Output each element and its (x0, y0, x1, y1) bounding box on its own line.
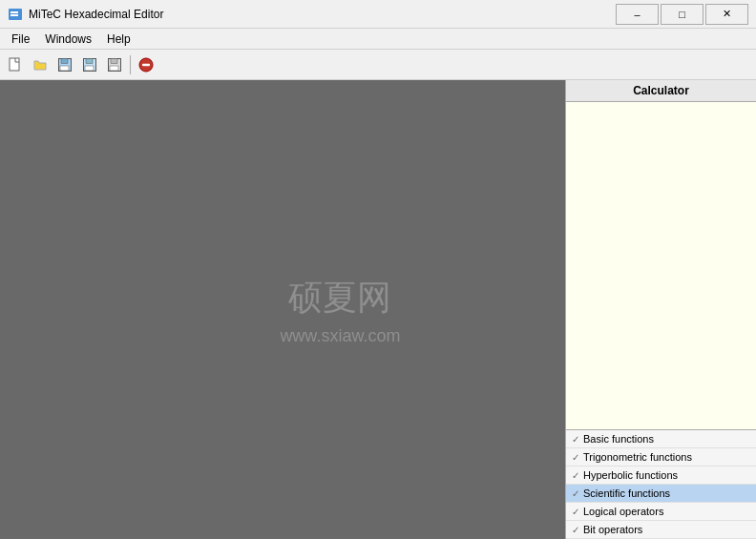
chevron-icon-logic: ✓ (572, 507, 579, 517)
menu-bar: File Windows Help (0, 29, 756, 50)
category-basic-functions[interactable]: ✓ Basic functions (566, 430, 756, 448)
svg-rect-2 (10, 14, 18, 16)
chevron-icon-sci: ✓ (572, 488, 579, 499)
app-icon (8, 7, 23, 22)
hex-editor-area: 硕夏网 www.sxiaw.com (0, 80, 565, 539)
chevron-icon-hyp: ✓ (572, 470, 579, 481)
main-content: 硕夏网 www.sxiaw.com Calculator ✓ Basic fun… (0, 80, 756, 539)
svg-rect-6 (60, 66, 69, 71)
svg-rect-1 (10, 11, 18, 13)
category-scientific-functions[interactable]: ✓ Scientific functions (566, 485, 756, 503)
minimize-button[interactable]: – (616, 4, 659, 25)
open-button[interactable] (29, 53, 52, 76)
category-bit-operators[interactable]: ✓ Bit operators (566, 521, 756, 539)
chevron-icon-basic: ✓ (572, 434, 579, 445)
calculator-categories: ✓ Basic functions ✓ Trigonometric functi… (566, 430, 756, 539)
category-basic-label: Basic functions (583, 433, 654, 445)
window-controls: – □ ✕ (616, 4, 748, 25)
menu-windows[interactable]: Windows (37, 31, 99, 48)
svg-rect-5 (61, 58, 68, 63)
close-file-button[interactable] (103, 53, 126, 76)
toolbar (0, 50, 756, 80)
chevron-icon-trig: ✓ (572, 452, 579, 463)
svg-rect-8 (86, 58, 93, 63)
category-logic-label: Logical operators (583, 506, 663, 517)
stop-button[interactable] (135, 53, 158, 76)
category-trig-label: Trigonometric functions (583, 451, 692, 463)
menu-help[interactable]: Help (99, 31, 138, 48)
new-button[interactable] (4, 53, 27, 76)
chevron-icon-bit: ✓ (572, 525, 579, 535)
save-button[interactable] (53, 53, 76, 76)
svg-rect-3 (10, 58, 19, 71)
save-as-button[interactable] (78, 53, 101, 76)
close-button[interactable]: ✕ (705, 4, 748, 25)
category-logical-operators[interactable]: ✓ Logical operators (566, 503, 756, 521)
toolbar-separator (130, 55, 131, 74)
menu-file[interactable]: File (4, 31, 37, 48)
maximize-button[interactable]: □ (661, 4, 704, 25)
category-hyp-label: Hyperbolic functions (583, 469, 678, 481)
svg-rect-14 (142, 63, 150, 66)
category-sci-label: Scientific functions (583, 487, 670, 499)
category-trigonometric-functions[interactable]: ✓ Trigonometric functions (566, 448, 756, 466)
calculator-header: Calculator (566, 80, 756, 102)
watermark: 硕夏网 www.sxiaw.com (280, 271, 400, 348)
app-title: MiTeC Hexadecimal Editor (29, 8, 616, 21)
svg-rect-9 (85, 66, 94, 71)
category-bit-label: Bit operators (583, 524, 642, 535)
svg-rect-12 (110, 66, 118, 71)
calculator-panel: Calculator ✓ Basic functions ✓ Trigonome… (565, 80, 756, 539)
svg-rect-11 (111, 58, 117, 63)
category-hyperbolic-functions[interactable]: ✓ Hyperbolic functions (566, 466, 756, 485)
calculator-display (566, 102, 756, 430)
title-bar: MiTeC Hexadecimal Editor – □ ✕ (0, 0, 756, 29)
